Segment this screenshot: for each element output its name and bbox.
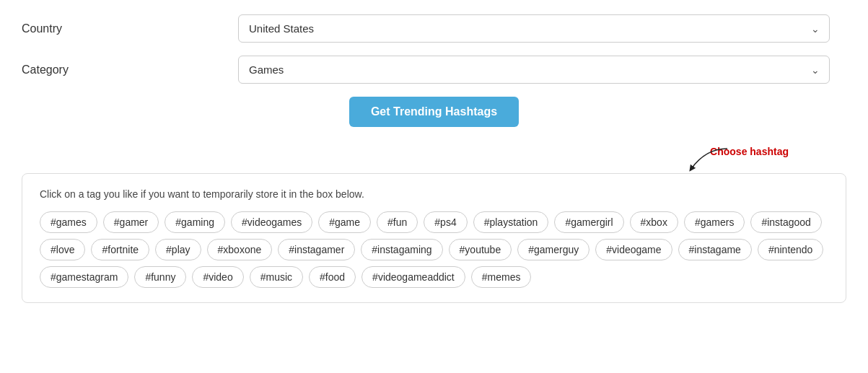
hashtag-tag[interactable]: #videogameaddict bbox=[361, 266, 465, 288]
hashtag-tag[interactable]: #videogame bbox=[595, 239, 672, 260]
category-label: Category bbox=[22, 63, 238, 76]
hashtag-tags-container: #games#gamer#gaming#videogames#game#fun#… bbox=[40, 211, 828, 288]
country-select[interactable]: United StatesUnited KingdomCanadaAustral… bbox=[238, 14, 830, 43]
hashtag-tag[interactable]: #gaming bbox=[165, 211, 225, 233]
hashtag-section: Click on a tag you like if you want to t… bbox=[22, 173, 846, 303]
category-row: Category GamesMusicSportsFashionFoodTrav… bbox=[22, 56, 846, 84]
category-select[interactable]: GamesMusicSportsFashionFoodTravelTechnol… bbox=[238, 56, 830, 84]
hashtag-tag[interactable]: #xbox bbox=[630, 211, 678, 233]
hashtag-tag[interactable]: #ps4 bbox=[424, 211, 467, 233]
hashtag-tag[interactable]: #instagamer bbox=[278, 239, 355, 260]
hashtag-tag[interactable]: #games bbox=[40, 211, 97, 233]
hashtag-instruction: Click on a tag you like if you want to t… bbox=[40, 188, 828, 200]
hashtag-tag[interactable]: #memes bbox=[471, 266, 532, 288]
hashtag-tag[interactable]: #gamerguy bbox=[517, 239, 589, 260]
hashtag-tag[interactable]: #videogames bbox=[231, 211, 312, 233]
hashtag-tag[interactable]: #gamers bbox=[684, 211, 745, 233]
hashtag-tag[interactable]: #nintendo bbox=[758, 239, 824, 260]
country-row: Country United StatesUnited KingdomCanad… bbox=[22, 14, 846, 43]
country-label: Country bbox=[22, 22, 238, 35]
hashtag-tag[interactable]: #instagame bbox=[678, 239, 752, 260]
hashtag-tag[interactable]: #music bbox=[250, 266, 303, 288]
hashtag-tag[interactable]: #love bbox=[40, 239, 85, 260]
hashtag-tag[interactable]: #instagood bbox=[750, 211, 822, 233]
hashtag-tag[interactable]: #fun bbox=[377, 211, 418, 233]
hashtag-tag[interactable]: #playstation bbox=[473, 211, 549, 233]
hashtag-tag[interactable]: #instagaming bbox=[361, 239, 442, 260]
hashtag-tag[interactable]: #xboxone bbox=[207, 239, 273, 260]
hashtag-tag[interactable]: #gamer bbox=[103, 211, 159, 233]
hashtag-tag[interactable]: #fortnite bbox=[91, 239, 149, 260]
hashtag-tag[interactable]: #gamergirl bbox=[554, 211, 623, 233]
hashtag-tag[interactable]: #gamestagram bbox=[40, 266, 128, 288]
get-trending-button[interactable]: Get Trending Hashtags bbox=[349, 97, 519, 127]
country-select-wrapper: United StatesUnited KingdomCanadaAustral… bbox=[238, 14, 830, 43]
hashtag-tag[interactable]: #game bbox=[318, 211, 371, 233]
hashtag-tag[interactable]: #video bbox=[192, 266, 243, 288]
hashtag-tag[interactable]: #funny bbox=[134, 266, 186, 288]
arrow-icon bbox=[677, 147, 735, 173]
hashtag-tag[interactable]: #play bbox=[155, 239, 201, 260]
hashtag-tag[interactable]: #youtube bbox=[449, 239, 512, 260]
category-select-wrapper: GamesMusicSportsFashionFoodTravelTechnol… bbox=[238, 56, 830, 84]
form-container: Country United StatesUnited KingdomCanad… bbox=[22, 14, 846, 303]
hashtag-tag[interactable]: #food bbox=[309, 266, 356, 288]
